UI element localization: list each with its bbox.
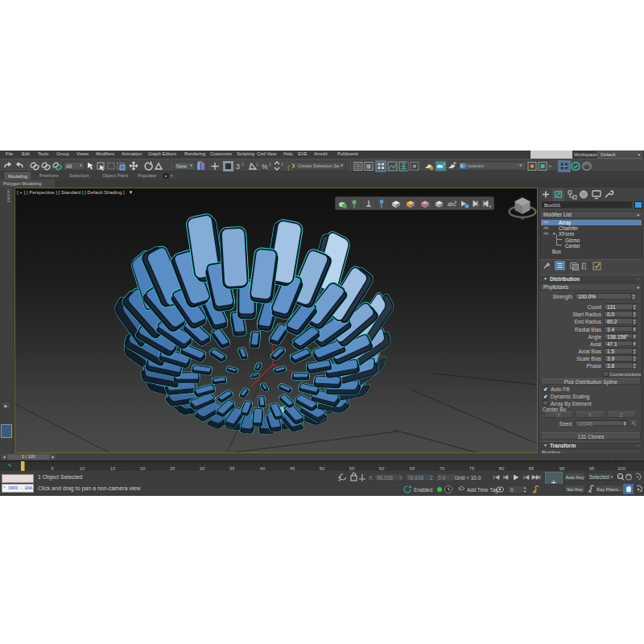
- svg-text:\scenes: \scenes: [467, 163, 484, 168]
- svg-text:25: 25: [170, 466, 175, 471]
- svg-text:New: New: [176, 163, 187, 169]
- svg-text:75: 75: [469, 466, 475, 471]
- svg-text:2: 2: [256, 162, 258, 167]
- svg-text:»: »: [548, 163, 551, 170]
- svg-text:60: 60: [379, 466, 385, 471]
- svg-text:20: 20: [140, 466, 146, 471]
- svg-text:Enabled:: Enabled:: [414, 487, 434, 493]
- svg-text:2: 2: [242, 162, 244, 167]
- svg-text:30: 30: [200, 466, 205, 471]
- svg-text:10: 10: [80, 466, 85, 471]
- svg-text:65: 65: [410, 466, 415, 471]
- svg-text:95: 95: [589, 466, 595, 471]
- svg-text:90: 90: [559, 466, 565, 471]
- svg-text:50: 50: [320, 466, 325, 471]
- svg-text:%: %: [262, 163, 268, 171]
- svg-text:15: 15: [110, 466, 116, 471]
- svg-text:Add Time Tag: Add Time Tag: [467, 487, 498, 493]
- svg-text:55: 55: [349, 466, 355, 471]
- svg-text:E:: E:: [460, 163, 465, 168]
- svg-text:3: 3: [236, 163, 240, 171]
- svg-text:2: 2: [281, 162, 283, 167]
- svg-text:80: 80: [499, 466, 505, 471]
- svg-text:Create Selection Se: Create Selection Se: [298, 163, 340, 168]
- svg-text:45: 45: [290, 466, 295, 471]
- svg-text:40: 40: [260, 466, 266, 471]
- svg-text:70: 70: [440, 466, 445, 471]
- svg-text:100: 100: [617, 466, 626, 471]
- svg-text:85: 85: [529, 466, 535, 471]
- svg-text:35: 35: [229, 466, 235, 471]
- svg-text:{: {: [287, 163, 290, 171]
- svg-text:All: All: [66, 163, 72, 169]
- svg-text:2: 2: [269, 162, 271, 167]
